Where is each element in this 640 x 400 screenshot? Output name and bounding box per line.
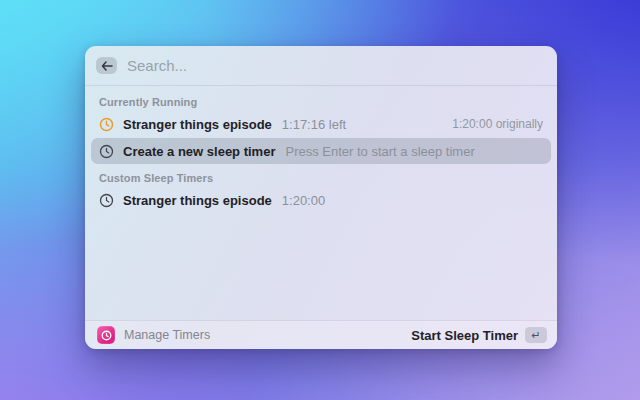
list-item-title: Stranger things episode: [123, 193, 272, 208]
clock-icon: [99, 193, 114, 208]
clock-icon: [99, 144, 114, 159]
left-arrow-icon: [101, 61, 113, 71]
section-header-currently-running: Currently Running: [85, 94, 557, 112]
start-sleep-timer-label: Start Sleep Timer: [411, 328, 518, 343]
list-item-title: Create a new sleep timer: [123, 144, 275, 159]
list-item-accessory: 1:20:00 originally: [452, 117, 543, 131]
desktop-background: Currently Running Stranger things episod…: [0, 0, 640, 400]
search-input[interactable]: [127, 57, 543, 74]
start-sleep-timer-button[interactable]: Start Sleep Timer ↵: [409, 325, 549, 345]
manage-timers-button[interactable]: Manage Timers: [124, 328, 210, 342]
search-bar: [85, 46, 557, 86]
list-item-create-sleep-timer[interactable]: Create a new sleep timer Press Enter to …: [91, 138, 551, 164]
sleep-timer-app-icon: [97, 326, 115, 344]
back-button[interactable]: [96, 57, 117, 74]
list-item-subtitle: Press Enter to start a sleep timer: [285, 144, 474, 159]
list-item-subtitle: 1:20:00: [282, 193, 325, 208]
results-list: Currently Running Stranger things episod…: [85, 86, 557, 320]
list-item-custom-timer[interactable]: Stranger things episode 1:20:00: [91, 188, 551, 212]
list-item-subtitle: 1:17:16 left: [282, 117, 346, 132]
sleep-timer-launcher-window: Currently Running Stranger things episod…: [85, 46, 557, 349]
list-item-title: Stranger things episode: [123, 117, 272, 132]
footer-action-bar: Manage Timers Start Sleep Timer ↵: [85, 320, 557, 349]
enter-key-icon: ↵: [525, 327, 547, 343]
list-item-running-timer[interactable]: Stranger things episode 1:17:16 left 1:2…: [91, 112, 551, 136]
section-header-custom-sleep-timers: Custom Sleep Timers: [85, 170, 557, 188]
clock-icon-orange: [99, 117, 114, 132]
